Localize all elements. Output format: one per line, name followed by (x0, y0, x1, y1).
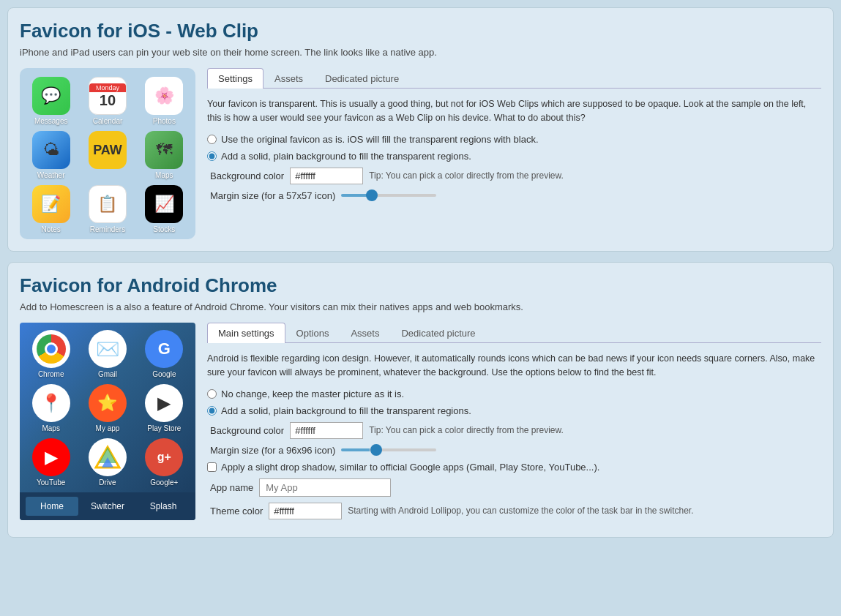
ios-label-weather: Weather (37, 171, 65, 179)
ios-settings-text: Your favicon is transparent. This is usu… (207, 97, 821, 125)
ios-title: Favicon for iOS - Web Clip (20, 20, 821, 42)
android-app-googleplus: g+ Google+ (139, 438, 190, 487)
ios-icon-stocks: 📈 (145, 185, 183, 223)
android-margin-label: Margin size (for a 96x96 icon) (210, 445, 335, 456)
android-icon-chrome (32, 330, 70, 368)
android-label-google: Google (152, 370, 176, 378)
ios-tab-assets[interactable]: Assets (263, 68, 314, 89)
ios-radio-solid-label: Add a solid, plain background to fill th… (221, 151, 471, 162)
ios-margin-slider[interactable] (341, 194, 436, 197)
android-preview: Chrome ✉️ Gmail G Google 📍 Maps (20, 323, 195, 520)
android-label-youtube: YouTube (37, 478, 65, 487)
ios-icon-notes: 📝 (32, 185, 70, 223)
android-radio-nochange-label: No change, keep the master picture as it… (221, 388, 404, 399)
ios-preview: 💬 Messages Monday 10 Calendar 🌸 Photos (20, 68, 195, 239)
android-shadow-option[interactable]: Apply a slight drop shadow, similar to o… (207, 462, 821, 473)
android-app-drive: Drive (82, 438, 132, 487)
android-margin-slider[interactable] (341, 448, 436, 451)
android-shadow-label: Apply a slight drop shadow, similar to o… (221, 462, 599, 473)
ios-radio-original[interactable]: Use the original favicon as is. iOS will… (207, 134, 821, 145)
ios-margin-label: Margin size (for a 57x57 icon) (210, 190, 335, 201)
ios-bg-color-label: Background color (210, 170, 284, 181)
ios-icon-maps: 🗺 (145, 131, 183, 169)
android-app-youtube: ▶ YouTube (26, 438, 76, 487)
android-radio-solid-label: Add a solid, plain background to fill th… (221, 405, 471, 416)
ios-tabs: Settings Assets Dedicated picture (207, 68, 821, 89)
ios-icon-calendar: Monday 10 (89, 77, 127, 115)
android-app-myapp: ⭐ My app (82, 384, 132, 432)
android-appname-label: App name (210, 482, 253, 493)
ios-label-messages: Messages (34, 117, 68, 125)
ios-label-maps: Maps (155, 171, 173, 179)
android-label-googleplus: Google+ (150, 478, 178, 487)
android-margin-row: Margin size (for a 96x96 icon) (210, 445, 821, 456)
ios-app-paw: PAW (82, 131, 132, 179)
android-label-myapp: My app (96, 424, 120, 432)
ios-label-stocks: Stocks (153, 225, 175, 233)
ios-icon-weather: 🌤 (32, 131, 70, 169)
android-bg-color-label: Background color (210, 425, 284, 436)
android-icon-maps: 📍 (32, 384, 70, 422)
ios-bg-color-row: Background color Tip: You can pick a col… (210, 168, 821, 184)
ios-subtitle: iPhone and iPad users can pin your web s… (20, 47, 821, 58)
android-radio-solid[interactable]: Add a solid, plain background to fill th… (207, 405, 821, 416)
ios-app-messages: 💬 Messages (26, 77, 76, 125)
ios-icon-messages: 💬 (32, 77, 70, 115)
android-label-chrome: Chrome (38, 370, 64, 378)
ios-tab-dedicated[interactable]: Dedicated picture (314, 68, 410, 89)
android-appname-input[interactable] (259, 478, 391, 497)
android-label-gmail: Gmail (98, 370, 117, 378)
android-icon-playstore: ▶ (145, 384, 183, 422)
android-settings-panel: Main settings Options Assets Dedicated p… (207, 323, 821, 525)
android-tab-assets[interactable]: Assets (340, 323, 390, 343)
ios-label-reminders: Reminders (90, 225, 125, 233)
android-icon-drive (89, 438, 127, 476)
android-grid: Chrome ✉️ Gmail G Google 📍 Maps (26, 330, 190, 487)
ios-icon-reminders: 📋 (89, 185, 127, 223)
android-label-drive: Drive (99, 478, 116, 487)
android-label-playstore: Play Store (147, 424, 181, 432)
ios-app-notes: 📝 Notes (26, 185, 76, 233)
taskbar-btn-home[interactable]: Home (26, 497, 78, 516)
ios-app-stocks: 📈 Stocks (139, 185, 190, 233)
ios-radio-solid[interactable]: Add a solid, plain background to fill th… (207, 151, 821, 162)
ios-label-notes: Notes (42, 225, 61, 233)
android-theme-color-row: Theme color Starting with Android Lollip… (210, 503, 821, 519)
android-icon-youtube: ▶ (32, 438, 70, 476)
ios-label-calendar: Calendar (93, 117, 123, 125)
android-icon-google: G (145, 330, 183, 368)
ios-bg-color-input[interactable] (290, 168, 363, 184)
ios-margin-row: Margin size (for a 57x57 icon) (210, 190, 821, 201)
ios-app-weather: 🌤 Weather (26, 131, 76, 179)
android-app-chrome: Chrome (26, 330, 76, 378)
android-tab-dedicated[interactable]: Dedicated picture (390, 323, 486, 343)
android-app-gmail: ✉️ Gmail (82, 330, 132, 378)
android-theme-color-tip: Starting with Android Lollipop, you can … (348, 506, 693, 516)
android-shadow-checkbox[interactable] (207, 462, 217, 472)
android-label-maps: Maps (42, 424, 59, 432)
android-bg-color-input[interactable] (290, 422, 363, 439)
ios-radio-original-label: Use the original favicon as is. iOS will… (221, 134, 539, 145)
taskbar-btn-splash[interactable]: Splash (137, 497, 190, 516)
ios-icon-paw: PAW (89, 131, 127, 169)
android-tabs: Main settings Options Assets Dedicated p… (207, 323, 821, 343)
android-appname-row: App name (210, 478, 821, 497)
ios-app-calendar: Monday 10 Calendar (82, 77, 132, 125)
android-bg-color-row: Background color Tip: You can pick a col… (210, 422, 821, 439)
android-icon-googleplus: g+ (145, 438, 183, 476)
android-taskbar: Home Switcher Splash (20, 492, 195, 520)
ios-app-maps: 🗺 Maps (139, 131, 190, 179)
ios-tab-settings[interactable]: Settings (207, 68, 263, 89)
android-icon-myapp: ⭐ (89, 384, 127, 422)
taskbar-btn-switcher[interactable]: Switcher (81, 497, 134, 516)
ios-app-photos: 🌸 Photos (139, 77, 190, 125)
android-app-playstore: ▶ Play Store (139, 384, 190, 432)
android-radio-nochange[interactable]: No change, keep the master picture as it… (207, 388, 821, 399)
android-subtitle: Add to Homescreen is a also a feature of… (20, 301, 821, 312)
android-theme-color-label: Theme color (210, 506, 263, 517)
android-tab-options[interactable]: Options (285, 323, 340, 343)
android-app-google: G Google (139, 330, 190, 378)
android-theme-color-input[interactable] (269, 503, 342, 519)
android-tab-main[interactable]: Main settings (207, 323, 285, 343)
ios-label-photos: Photos (153, 117, 176, 125)
